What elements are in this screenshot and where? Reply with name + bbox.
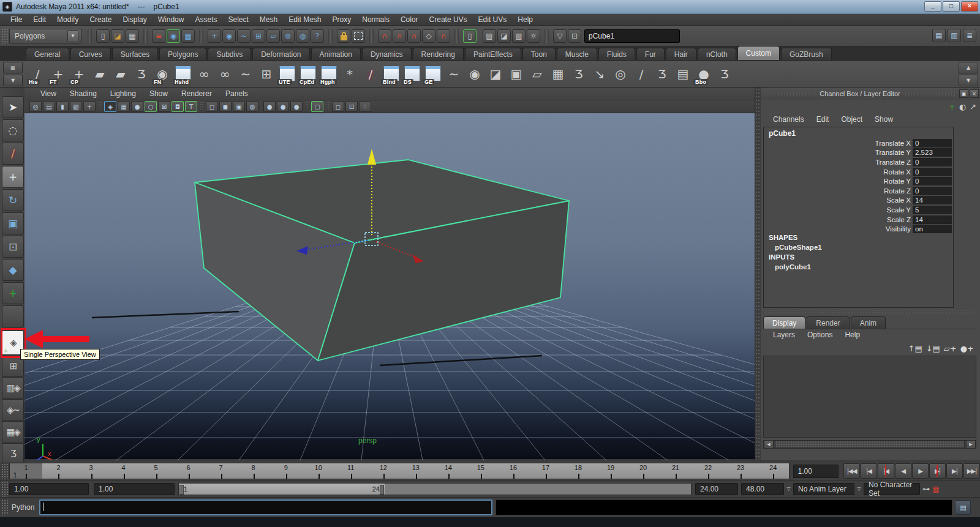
save-scene-icon[interactable]: ▦ <box>126 29 139 43</box>
panel-menu-item[interactable]: Lighting <box>104 89 142 98</box>
share-nodes-icon[interactable]: ∴ <box>359 101 371 112</box>
show-manipulator-tool[interactable]: + <box>2 282 24 304</box>
frame-cell[interactable]: 11 <box>10 463 42 479</box>
poly-plane-select-shelf-icon[interactable]: ◪ <box>485 62 506 86</box>
move-layer-up-icon[interactable]: ↑▤ <box>908 344 922 353</box>
channel-value-field[interactable]: 0 <box>913 158 952 166</box>
channel-label[interactable]: Scale X <box>764 196 911 204</box>
layer-editor-menu-item[interactable]: Layers <box>768 331 800 339</box>
move-layer-down-icon[interactable]: ↓▤ <box>926 344 940 353</box>
snap-plane-icon[interactable]: ◇ <box>422 29 435 43</box>
character-set-field[interactable]: No Character Set <box>864 483 920 495</box>
channel-value-field[interactable]: 2.523 <box>913 148 952 157</box>
menu-item[interactable]: Proxy <box>327 15 357 24</box>
select-by-object-icon[interactable]: ◉ <box>167 29 180 43</box>
play-forwards-button[interactable]: ▶ <box>912 463 929 479</box>
channel-box-menu-item[interactable]: Object <box>836 115 867 124</box>
step-back-frame-button[interactable]: |◀ <box>861 463 877 479</box>
bbo-shelf-icon[interactable]: ● Bbo <box>693 62 714 86</box>
snap-to-view-planes-icon[interactable]: ▱ <box>266 29 280 43</box>
step-back-key-button[interactable]: |◀ <box>878 463 894 479</box>
snap-to-points-icon[interactable]: ◉ <box>222 29 236 43</box>
shelf-tab[interactable]: Deformation <box>252 48 309 60</box>
ds-shelf-icon[interactable]: DS <box>402 62 423 86</box>
shelf-tab[interactable]: Surfaces <box>112 48 158 60</box>
ipr-render-icon[interactable]: ▨ <box>512 29 526 43</box>
channel-label[interactable]: Translate Y <box>764 149 911 156</box>
wire-cube-icon[interactable]: ◻ <box>206 101 218 112</box>
lock-selection-icon[interactable] <box>337 29 350 43</box>
hypershade-persp-button[interactable]: ▦◈ <box>2 421 24 443</box>
channel-box-menu-item[interactable]: Show <box>870 115 898 124</box>
frame-cell[interactable]: 2 <box>42 463 75 479</box>
time-slider-grip[interactable] <box>1 463 8 479</box>
auto-keyframe-icon[interactable]: ▦ <box>932 485 939 493</box>
red-joint-shelf-icon[interactable]: * <box>339 62 360 86</box>
channel-label[interactable]: Visibility <box>764 225 911 233</box>
range-bar[interactable]: 1 24 <box>178 483 692 495</box>
paint-selection-tool[interactable]: / <box>2 143 24 165</box>
minimize-button[interactable]: _ <box>924 1 941 12</box>
shaded-cube-icon[interactable]: ◼ <box>219 101 232 112</box>
shelf-tab[interactable]: Toon <box>522 48 556 60</box>
frame-cell[interactable]: 5 <box>140 463 172 479</box>
ge-shelf-icon[interactable]: GE <box>423 62 443 86</box>
playback-start-field[interactable]: 1.00 <box>94 483 175 495</box>
move-tool[interactable]: + <box>2 166 24 188</box>
select-by-component-icon[interactable]: ▦ <box>181 29 195 43</box>
channel-label[interactable]: Scale Y <box>764 206 911 214</box>
menu-item[interactable]: Display <box>117 15 152 24</box>
input-node-name[interactable]: polyCube1 <box>775 263 811 271</box>
frame-cell[interactable]: 16 <box>497 463 529 479</box>
smooth-shade-all-icon[interactable]: ▦ <box>118 101 130 112</box>
panel-restore-icon[interactable]: ▣ <box>959 89 968 98</box>
title-bar[interactable]: ◈ Autodesk Maya 2011 x64: untitled* --- … <box>0 0 980 14</box>
shaded-sphere-icon[interactable]: ● <box>131 101 143 112</box>
menu-item[interactable]: Edit Mesh <box>283 15 326 24</box>
rotate-tool[interactable]: ↻ <box>2 189 24 211</box>
channel-value-field[interactable]: 5 <box>913 206 952 214</box>
shelf-tab[interactable]: Fluids <box>598 48 635 60</box>
script-editor-icon[interactable]: ▤ <box>955 500 971 515</box>
menu-item[interactable]: Assets <box>189 15 222 24</box>
manipulator-tripod-icon[interactable]: + <box>949 102 956 111</box>
road-2-shelf-icon[interactable]: ▰ <box>110 62 131 86</box>
select-by-hierarchy-icon[interactable]: ≡ <box>152 29 165 43</box>
go-to-start-button[interactable]: |◀◀ <box>843 463 860 479</box>
group-separator[interactable] <box>143 29 148 43</box>
speed-toggle-icon[interactable]: ◐ <box>959 102 966 111</box>
layer-editor-tab[interactable]: Display <box>763 316 805 329</box>
channel-label[interactable]: Rotate Y <box>764 178 911 185</box>
persp-outliner-button[interactable]: ▥◈ <box>2 377 24 399</box>
maximize-button[interactable]: □ <box>943 1 960 12</box>
poly-sphere-shelf-icon[interactable]: ◉ <box>464 62 485 86</box>
textured-channels-icon[interactable]: ◘ <box>172 101 184 112</box>
pan-zoom-icon[interactable]: + <box>83 101 96 112</box>
history-shelf-icon[interactable]: / His <box>27 62 48 86</box>
channel-label[interactable]: Translate X <box>764 140 911 147</box>
checker-sphere-icon[interactable]: ◍ <box>246 101 258 112</box>
soft-modification-tool[interactable]: ◆ <box>2 259 24 281</box>
group-separator[interactable] <box>545 29 549 43</box>
command-language-label[interactable]: Python <box>12 503 34 512</box>
panel-menu-item[interactable]: Shading <box>64 89 103 98</box>
render-view-icon[interactable]: ▧ <box>483 29 496 43</box>
selected-object-name[interactable]: pCube1 <box>769 129 796 138</box>
channel-value-field[interactable]: 14 <box>913 215 952 224</box>
dragon-3-shelf-icon[interactable]: Ʒ <box>652 62 673 86</box>
playback-end-field[interactable]: 24.00 <box>695 483 738 495</box>
plain-cube-icon[interactable]: ◻ <box>332 101 344 112</box>
attribute-editor-toggle-icon[interactable]: ▤ <box>932 29 946 42</box>
create-layer-from-selected-icon[interactable]: ●+ <box>960 344 974 353</box>
playback-range-handle[interactable]: 1 24 <box>179 484 385 495</box>
channel-box-menu-item[interactable]: Edit <box>812 115 834 124</box>
blend-shape-shelf-icon[interactable]: Blnd <box>381 62 402 86</box>
play-backwards-button[interactable]: ◀ <box>895 463 911 479</box>
image-plane-icon[interactable]: ▧ <box>70 101 82 112</box>
dragon-4-shelf-icon[interactable]: Ʒ <box>714 62 735 86</box>
menu-item[interactable]: Modify <box>51 15 84 24</box>
frame-cell[interactable]: 10 <box>302 463 334 479</box>
render-current-frame-icon[interactable]: ◪ <box>497 29 511 43</box>
ute-shelf-icon[interactable]: UTE <box>277 62 298 86</box>
channel-value-field[interactable]: 0 <box>913 187 952 195</box>
